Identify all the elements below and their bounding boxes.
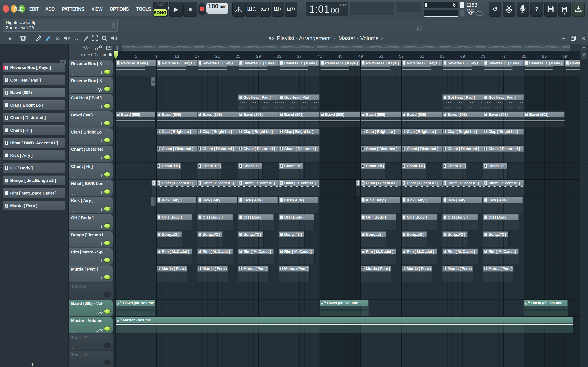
picker-pattern-item[interactable]: Chant [ Hi ]	[3, 125, 65, 135]
picker-pattern-item[interactable]: Rim [ Metr..pace Cadet ]	[3, 188, 65, 198]
clip-got-heat-pad-[interactable]: Got Heat [ Pad ]	[238, 94, 279, 110]
track-header-16[interactable]: Master - Volume...	[69, 317, 113, 333]
playlist-titlebar[interactable]: ▸ ⊘ ↔	[0, 33, 588, 44]
blend-recording-button[interactable]: Ш↻	[285, 2, 297, 17]
close-traffic-light[interactable]	[3, 5, 9, 13]
playlist-current-selection[interactable]: Master - Volume	[338, 35, 379, 42]
track-mute-led[interactable]	[104, 275, 111, 280]
clip-reverse-b-keys-[interactable]: Reverse B..[ Keys ]	[401, 60, 442, 76]
playlist-speaker-icon[interactable]	[268, 35, 274, 41]
track-mute-led[interactable]	[104, 155, 111, 160]
track-options-dots[interactable]: ...	[72, 311, 77, 316]
clip-oh-body-[interactable]: OH [ Body ]	[361, 214, 396, 230]
picker-pattern-item[interactable]: Murda ( Perc )	[3, 201, 65, 210]
clip-clap-bright-lo-[interactable]: Clap [ Bright Lo ]	[483, 129, 524, 145]
playback-tool-button[interactable]	[109, 34, 118, 43]
clip-bawd-808-[interactable]: Bawd (808)	[361, 111, 401, 127]
clip-bong-2-[interactable]: Bong..#2 ]	[361, 231, 386, 247]
clip-rim-m-cadet-[interactable]: Rim [ M..Cadet ]	[401, 249, 437, 264]
stop-button[interactable]: ■	[183, 2, 197, 17]
clip-clap-bright-lo-[interactable]: Clap [ Bright Lo ]	[279, 129, 320, 145]
clip-bawd-808-[interactable]: Bawd (808)	[524, 111, 565, 127]
menu-tools[interactable]: TOOLS	[136, 6, 151, 12]
slice-tool-button[interactable]	[81, 34, 90, 43]
track-options-dots[interactable]: ...	[72, 362, 77, 367]
clip-reverse-b-keys-[interactable]: Reverse B..[ Keys ]	[483, 60, 524, 76]
clip-bawd-808-[interactable]: Bawd (808)	[197, 111, 238, 127]
menu-options[interactable]: OPTIONS	[110, 6, 129, 12]
clip-kick-airy-[interactable]: Kick [ Airy ]	[238, 197, 278, 213]
metronome-button[interactable]	[232, 2, 245, 17]
playhead-marker[interactable]	[114, 51, 118, 59]
clip-blip[interactable]	[151, 77, 156, 86]
clip-chant-hi-[interactable]: Chant..Hi ]	[238, 163, 263, 179]
clip-hihat-b-cent-1-[interactable]: Hihat [ B..cent #1 ]	[401, 180, 442, 196]
clip-hihat-b-cent-1-[interactable]: Hihat [ B..cent #1 ]	[279, 180, 320, 196]
clip-clap-bright-lo-[interactable]: Clap [ Bright Lo ]	[442, 129, 483, 145]
track-mute-led[interactable]	[104, 326, 111, 331]
piano-icon[interactable]	[106, 46, 112, 50]
tempo-display[interactable]: 100 .000	[206, 3, 228, 14]
clip-bong-2-[interactable]: Bong..#2 ]	[483, 231, 509, 247]
clip-rim-m-cadet-[interactable]: Rim [ M..Cadet ]	[442, 249, 478, 264]
track-options-dots[interactable]: ...	[72, 294, 77, 299]
clip-bawd-80-volume[interactable]: Bawd (80..Volume	[116, 300, 156, 316]
clip-murda-perc-[interactable]: Murda ( Perc )	[238, 266, 269, 282]
clip-bong-2-[interactable]: Bong..#2 ]	[197, 231, 223, 247]
clip-rim-m-cadet-[interactable]: Rim [ M..Cadet ]	[361, 249, 396, 264]
clip-reverse-b-keys-[interactable]: Reverse B..[ Keys ]	[524, 60, 565, 76]
clip-chant-distorted-[interactable]: Chant [ Distorted ]	[279, 146, 320, 162]
scroll-options-button[interactable]	[581, 44, 587, 50]
track-options-dots[interactable]: ...	[72, 71, 77, 76]
clip-bawd-808-[interactable]: Bawd (808)	[401, 111, 442, 127]
clip-bawd-808-[interactable]: Bawd (808)	[279, 111, 320, 127]
mute-tool-button[interactable]	[62, 34, 71, 43]
clip-bawd-80-volume[interactable]: Bawd (80..Volume	[320, 300, 369, 316]
clip-bong-2-[interactable]: Bong..#2 ]	[156, 231, 182, 247]
track-mute-led[interactable]	[104, 69, 111, 74]
track-options-dots[interactable]: ...	[72, 225, 77, 230]
clip-reverse-keys-[interactable]: Reverse..Keys ]	[116, 60, 156, 76]
clip-rim-m-cadet-[interactable]: Rim [ M..Cadet ]	[279, 249, 315, 264]
clip-chant-distorted-[interactable]: Chant [ Distorted ]	[238, 146, 279, 162]
step-toggle[interactable]	[91, 53, 96, 56]
clip-bawd-808-[interactable]: Bawd (808)	[483, 111, 524, 127]
clip-murda-perc-[interactable]: Murda ( Perc )	[279, 266, 310, 282]
clip-lanes[interactable]: Reverse..Keys ]Reverse B..[ Keys ]Revers…	[113, 59, 580, 367]
track-mute-led[interactable]	[104, 343, 111, 348]
clip-chant-distorted-[interactable]: Chant [ Distorted ]	[197, 146, 238, 162]
clip-kick-airy-[interactable]: Kick [ Airy ]	[442, 197, 482, 213]
track-header-3[interactable]: Got Heat [ Pad ]...♪	[69, 94, 113, 111]
clip-reverse-b-keys-[interactable]: Reverse B..[ Keys ]	[156, 60, 197, 76]
picker-pattern-item[interactable]: Clap [ Bright Lo ]	[3, 100, 65, 110]
track-options-dots[interactable]: ...	[72, 242, 77, 247]
track-header-1[interactable]: Reverse Box [ Keys ]...♪	[69, 60, 113, 76]
clip-murda-perc-[interactable]: Murda ( Perc )	[361, 266, 391, 282]
countdown-button[interactable]: 3.2.ı	[259, 2, 271, 17]
clip-oh-body-[interactable]: OH [ Body ]	[279, 214, 315, 230]
clip-murda-perc-[interactable]: Murda ( Perc )	[197, 266, 228, 282]
clip-hihat-b-cent-1-[interactable]: Hihat [ B..cent #1 ]	[197, 180, 238, 196]
clip-chant-distorted-[interactable]: Chant [ Distorted ]	[361, 146, 401, 162]
clip-kick-airy-[interactable]: Kick [ Airy ]	[279, 197, 319, 213]
loop-record-button[interactable]: Ш+	[272, 2, 284, 17]
picker-options-button[interactable]	[61, 60, 66, 64]
track-header-6[interactable]: Chant [ Distorted ]...♪	[69, 146, 113, 162]
track-mute-led[interactable]	[104, 360, 111, 365]
clip-kick-airy-[interactable]: Kick [ Airy ]	[483, 197, 523, 213]
picker-pattern-item[interactable]: Reverse Box [ Keys ]	[3, 63, 65, 72]
clip-clap-bright-lo-[interactable]: Clap [ Bright Lo ]	[197, 129, 238, 145]
maximize-window-button[interactable]	[571, 36, 576, 41]
clip-oh-body-[interactable]: OH [ Body ]	[401, 214, 437, 230]
picker-pattern-item[interactable]: Kick [ Airy ]	[3, 150, 65, 160]
clip-got-heat-pad-[interactable]: Got Heat [ Pad ]	[483, 94, 524, 110]
horizontal-scrollbar[interactable]: ❮	[113, 44, 580, 51]
track-header-2[interactable]: Reverse Box [ Keys.....	[69, 77, 113, 94]
track-header-13[interactable]: Murda ( Perc )...♪	[69, 266, 113, 282]
slide-toggle[interactable]	[109, 53, 112, 56]
clip-master-volume[interactable]: Master - Volume	[116, 317, 573, 333]
track-options-dots[interactable]: ...	[72, 208, 77, 213]
track-mute-led[interactable]	[104, 172, 111, 177]
clip-reverse-b-keys-[interactable]: Reverse B..[ Keys ]	[442, 60, 483, 76]
clip-chant-hi-[interactable]: Chant..Hi ]	[361, 163, 385, 179]
